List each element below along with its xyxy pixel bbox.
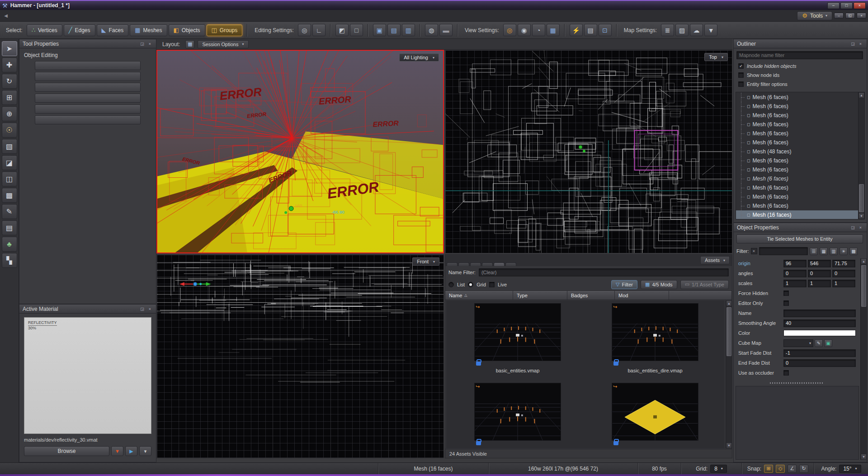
tool-button[interactable]: ✚: [2, 57, 17, 72]
properties-scrollbar[interactable]: ▲ ▼: [860, 258, 867, 460]
close-panel-icon[interactable]: ×: [147, 41, 153, 47]
child-restore-button[interactable]: ◱: [845, 13, 855, 19]
asset-browser-tab[interactable]: [482, 262, 493, 266]
menu-item[interactable]: [28, 14, 37, 18]
outliner-item[interactable]: ◻ Mesh (48 faces): [736, 147, 858, 156]
object-editing-button[interactable]: [35, 94, 141, 103]
asset-card[interactable]: ↪: [450, 383, 585, 448]
physics-sim-icon[interactable]: ◍: [425, 24, 438, 36]
outliner-item[interactable]: ◻ Mesh (6 faces): [736, 102, 858, 111]
view-lighting-icon[interactable]: ◎: [503, 24, 516, 36]
asset-card[interactable]: ↪: [587, 383, 723, 448]
tool-button[interactable]: ▧: [2, 139, 17, 154]
angle-dropdown[interactable]: 15° ▾: [839, 465, 861, 473]
select-mode-button[interactable]: ∴ Vertices: [27, 24, 62, 36]
tool-button[interactable]: ▩: [2, 188, 17, 203]
outliner-item[interactable]: ◻ Mesh (6 faces): [736, 201, 858, 210]
tool-button[interactable]: ⊕: [2, 106, 17, 121]
material-options-dropdown[interactable]: ▾: [139, 446, 151, 456]
menu-item[interactable]: [82, 14, 91, 18]
tool-button[interactable]: ◫: [2, 171, 17, 186]
asset-browser-tab[interactable]: [494, 262, 505, 266]
show-node-ids-checkbox[interactable]: [738, 72, 744, 78]
close-button[interactable]: ×: [854, 2, 866, 9]
angles-x-field[interactable]: [783, 270, 807, 277]
column-header-type[interactable]: Type: [513, 291, 567, 300]
column-header-mod[interactable]: Mod: [615, 291, 669, 300]
scroll-down-icon[interactable]: ▼: [859, 213, 864, 219]
include-hidden-checkbox[interactable]: ✓: [738, 63, 744, 69]
list-view-icon[interactable]: ☰: [810, 248, 818, 255]
close-panel-icon[interactable]: ×: [858, 41, 863, 47]
scales-y-field[interactable]: [808, 280, 831, 287]
view-entities-icon[interactable]: ◉: [518, 24, 531, 36]
menu-item[interactable]: [55, 14, 64, 18]
child-minimize-button[interactable]: –: [834, 13, 844, 19]
outliner-item[interactable]: ◻ Mesh (6 faces): [736, 138, 858, 147]
outliner-item[interactable]: ◻ Mesh (6 faces): [736, 156, 858, 165]
fullscreen-layout-icon[interactable]: ⊡: [599, 24, 612, 36]
outliner-item[interactable]: ◻ Mesh (6 faces): [736, 111, 858, 120]
asset-type-button[interactable]: ▭ 1/1 Asset Type: [680, 280, 729, 289]
list-view-radio[interactable]: [448, 282, 454, 287]
view-tiles-icon[interactable]: ▤: [584, 24, 597, 36]
outliner-item[interactable]: ◻ Mesh (6 faces): [736, 93, 858, 102]
assets-dropdown[interactable]: Assets ▾: [700, 256, 730, 264]
grid-view-radio[interactable]: [468, 282, 473, 287]
force-hidden-checkbox[interactable]: [783, 290, 789, 296]
live-checkbox[interactable]: [489, 282, 495, 287]
object-editing-button[interactable]: [35, 83, 141, 92]
gamepad-icon[interactable]: ▬: [439, 24, 453, 36]
outliner-scrollbar[interactable]: ▲ ▼: [858, 92, 864, 219]
angles-z-field[interactable]: [832, 270, 855, 277]
close-panel-icon[interactable]: ×: [858, 225, 863, 230]
outliner-item[interactable]: ◻ Mesh (6 faces): [736, 129, 858, 138]
browse-material-button[interactable]: Browse: [24, 446, 109, 456]
asset-grid-scrollbar[interactable]: ▲ ▼: [726, 300, 732, 448]
view-time-of-day-icon[interactable]: ◔: [532, 24, 545, 36]
outliner-item[interactable]: ◻ Mesh (16 faces): [736, 210, 858, 219]
marquee-select-icon[interactable]: □: [350, 24, 363, 36]
select-mode-button[interactable]: ◫ Groups: [207, 24, 243, 36]
map-sky-icon[interactable]: ☁: [690, 24, 703, 36]
menu-item[interactable]: [19, 14, 28, 18]
property-filter-input[interactable]: [759, 247, 808, 255]
tool-button[interactable]: ↻: [2, 74, 17, 89]
splitter-handle[interactable]: [737, 382, 857, 384]
asset-browser-tab[interactable]: [447, 262, 458, 266]
asset-browser-tab[interactable]: [505, 262, 516, 266]
select-mode-button[interactable]: ◣ Faces: [97, 24, 129, 36]
scroll-up-icon[interactable]: ▲: [726, 300, 732, 306]
float-panel-icon[interactable]: ◲: [139, 41, 145, 47]
object-editing-button[interactable]: [35, 61, 141, 70]
grid-size-dropdown[interactable]: 8 ▾: [710, 465, 727, 473]
snap-angle-icon[interactable]: ∠: [788, 465, 797, 473]
menu-item[interactable]: [73, 14, 82, 18]
show-ids-icon[interactable]: ▩: [849, 248, 858, 255]
close-panel-icon[interactable]: ×: [147, 306, 153, 312]
object-editing-button[interactable]: [35, 72, 141, 81]
smoothing-angle-field[interactable]: [783, 319, 856, 327]
maximize-button[interactable]: □: [840, 2, 853, 9]
menu-item[interactable]: [10, 14, 19, 18]
snap-rotate-icon[interactable]: ↻: [799, 465, 808, 473]
clear-filter-icon[interactable]: ×: [751, 248, 757, 254]
local-axes-icon[interactable]: ∟: [312, 24, 326, 36]
vertex-snap-mode-icon[interactable]: ▣: [373, 24, 386, 36]
column-header-badges[interactable]: Badges: [567, 291, 615, 300]
float-panel-icon[interactable]: ◲: [139, 306, 145, 312]
scales-z-field[interactable]: [832, 280, 855, 287]
float-panel-icon[interactable]: ◲: [850, 41, 856, 47]
name-field[interactable]: [783, 309, 856, 317]
tool-button[interactable]: ▚: [2, 253, 17, 268]
scroll-up-icon[interactable]: ▲: [861, 258, 867, 264]
origin-y-field[interactable]: [808, 260, 831, 267]
tool-button[interactable]: ♣: [2, 237, 17, 252]
material-pick-icon[interactable]: ▶: [125, 446, 137, 456]
tools-menu-button[interactable]: ⚙ Tools ▾: [797, 11, 832, 20]
object-editing-button[interactable]: [35, 115, 141, 124]
select-mode-button[interactable]: ◧ Objects: [169, 24, 205, 36]
tool-button[interactable]: ⊞: [2, 90, 17, 105]
tool-button[interactable]: ▤: [2, 220, 17, 235]
child-close-button[interactable]: ×: [857, 13, 866, 19]
